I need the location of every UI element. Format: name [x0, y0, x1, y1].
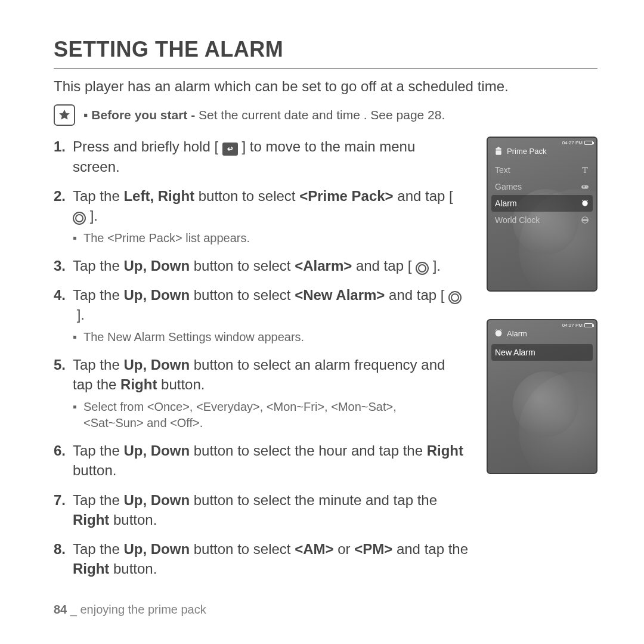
device-title: Prime Pack [507, 147, 546, 156]
back-icon [222, 143, 238, 156]
alarm-icon [494, 329, 503, 338]
step-2: 2. Tap the Left, Right button to select … [54, 186, 465, 246]
select-icon [73, 212, 86, 225]
battery-icon [584, 141, 593, 145]
step-2-sub: The <Prime Pack> list appears. [73, 230, 454, 246]
step-8: 8. Tap the Up, Down button to select <AM… [54, 539, 472, 578]
intro-text: This player has an alarm which can be se… [54, 77, 597, 96]
select-icon [448, 291, 462, 304]
before-you-start-row: ▪ Before you start - Set the current dat… [54, 104, 597, 126]
device-time: 04:27 PM [562, 323, 583, 328]
page-title: SETTING THE ALARM [54, 37, 597, 69]
menu-item-games: Games [488, 178, 596, 195]
step-4: 4. Tap the Up, Down button to select <Ne… [54, 285, 465, 345]
step-7: 7. Tap the Up, Down button to select the… [54, 490, 465, 530]
gamepad-icon [581, 182, 589, 191]
step-5-sub: Select from <Once>, <Everyday>, <Mon~Fri… [73, 399, 454, 431]
device-time: 04:27 PM [562, 140, 583, 145]
gift-icon [494, 146, 503, 156]
globe-icon [581, 216, 589, 224]
device-title: Alarm [507, 329, 527, 338]
menu-item-text: Text [488, 162, 596, 178]
text-icon [581, 166, 589, 174]
battery-icon [584, 323, 593, 327]
page-footer: 84 _ enjoying the prime pack [54, 603, 206, 617]
step-4-sub: The New Alarm Settings window appears. [73, 329, 454, 345]
menu-item-alarm: Alarm [491, 195, 593, 212]
star-icon [54, 104, 75, 126]
step-6: 6. Tap the Up, Down button to select the… [54, 441, 465, 480]
steps-list: 1. Press and briefly hold [ ] to move to… [54, 137, 472, 578]
device-screenshot-alarm: 04:27 PM Alarm New Alarm [487, 319, 597, 474]
select-icon [416, 262, 429, 275]
menu-item-world-clock: World Clock [488, 212, 596, 228]
device-screenshot-prime-pack: 04:27 PM Prime Pack Text Games Alarm Wor… [487, 137, 597, 292]
alarm-icon [581, 199, 589, 208]
step-3: 3. Tap the Up, Down button to select <Al… [54, 256, 465, 275]
step-1: 1. Press and briefly hold [ ] to move to… [54, 137, 465, 176]
before-you-start-text: ▪ Before you start - Set the current dat… [83, 108, 445, 122]
step-5: 5. Tap the Up, Down button to select an … [54, 355, 465, 431]
menu-item-new-alarm: New Alarm [491, 344, 593, 361]
